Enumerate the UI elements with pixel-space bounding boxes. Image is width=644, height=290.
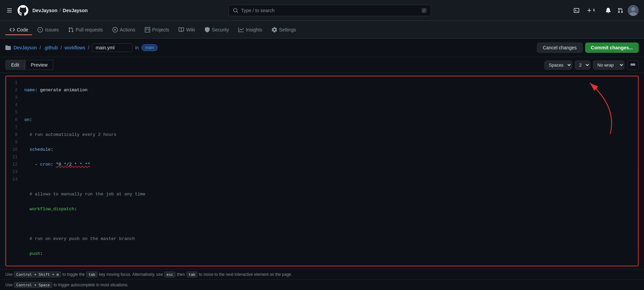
hamburger-button[interactable] [5, 6, 14, 15]
status-bar-2: Use Control + Space to trigger autocompl… [0, 280, 644, 290]
path-workflows[interactable]: workflows [64, 45, 85, 50]
line-numbers: 1 2 3 4 5 6 7 8 9 10 11 12 13 14 [6, 76, 23, 266]
nav-code-label: Code [17, 27, 28, 32]
svg-point-1 [631, 7, 635, 11]
nav-settings-label: Settings [279, 27, 296, 32]
nav-insights[interactable]: Insights [234, 24, 266, 35]
code-editor[interactable]: 1 2 3 4 5 6 7 8 9 10 11 12 13 14 name: g… [5, 76, 639, 266]
notifications-button[interactable] [603, 6, 613, 15]
branch-badge: main [141, 44, 158, 51]
tab-kbd-2: tab [186, 271, 198, 277]
nav-projects-label: Projects [152, 27, 169, 32]
github-logo [18, 5, 28, 16]
owner-link[interactable]: DevJayson [32, 8, 57, 13]
editor-toolbar: Edit Preview Spaces Tabs 2 4 8 No wrap S… [0, 57, 644, 73]
search-icon [233, 8, 238, 13]
code-content[interactable]: name: generate animation on: # run autom… [23, 76, 638, 266]
plus-button[interactable] [584, 6, 601, 15]
nav-actions [572, 5, 639, 16]
control-shift-m-kbd: Control + Shift + m [14, 271, 61, 277]
esc-kbd: esc [164, 271, 176, 277]
file-directory-icon [5, 45, 11, 50]
spaces-select[interactable]: Spaces Tabs [544, 61, 572, 70]
in-label: in [135, 45, 139, 50]
split-view-button[interactable] [627, 60, 639, 70]
path-github[interactable]: .github [44, 45, 58, 50]
wrap-select[interactable]: No wrap Soft wrap [593, 61, 624, 70]
nav-issues[interactable]: Issues [33, 24, 62, 35]
commit-changes-button[interactable]: Commit changes... [585, 43, 639, 53]
nav-wiki-label: Wiki [186, 27, 195, 32]
path-owner[interactable]: DevJayson [14, 45, 37, 50]
nav-issues-label: Issues [45, 27, 58, 32]
nav-settings[interactable]: Settings [268, 24, 300, 35]
nav-security[interactable]: Security [200, 24, 233, 35]
nav-security-label: Security [212, 27, 229, 32]
repo-navigation: Code Issues Pull requests Actions Projec… [0, 21, 644, 39]
avatar[interactable] [628, 5, 639, 16]
nav-insights-label: Insights [246, 27, 262, 32]
breadcrumb-sep: / [59, 8, 61, 13]
nav-code[interactable]: Code [5, 24, 32, 35]
breadcrumb: DevJayson / DevJayson [32, 8, 88, 13]
editor-options: Spaces Tabs 2 4 8 No wrap Soft wrap [544, 60, 639, 70]
top-navigation: DevJayson / DevJayson Type / to search / [0, 0, 644, 21]
search-bar[interactable]: Type / to search / [229, 5, 431, 16]
control-space-kbd: Control + Space [14, 282, 52, 288]
repo-link[interactable]: DevJayson [63, 8, 88, 13]
tab-kbd: tab [86, 271, 98, 277]
filename-input[interactable] [92, 43, 132, 52]
file-path-bar: DevJayson / .github / workflows / in mai… [0, 39, 644, 57]
edit-tab[interactable]: Edit [5, 60, 25, 70]
status-bar-1: Use Control + Shift + m to toggle the ta… [0, 269, 644, 280]
cancel-changes-button[interactable]: Cancel changes [537, 43, 582, 53]
nav-wiki[interactable]: Wiki [175, 24, 199, 35]
terminal-button[interactable] [572, 6, 581, 15]
search-placeholder: Type / to search [241, 8, 419, 13]
pull-request-icon-button[interactable] [616, 6, 625, 15]
indent-size-select[interactable]: 2 4 8 [575, 61, 590, 70]
nav-pull-requests[interactable]: Pull requests [64, 24, 107, 35]
nav-actions-label: Actions [120, 27, 135, 32]
nav-actions[interactable]: Actions [108, 24, 139, 35]
nav-pr-label: Pull requests [76, 27, 103, 32]
search-kbd: / [422, 8, 427, 13]
preview-tab[interactable]: Preview [25, 60, 53, 70]
nav-projects[interactable]: Projects [141, 24, 173, 35]
